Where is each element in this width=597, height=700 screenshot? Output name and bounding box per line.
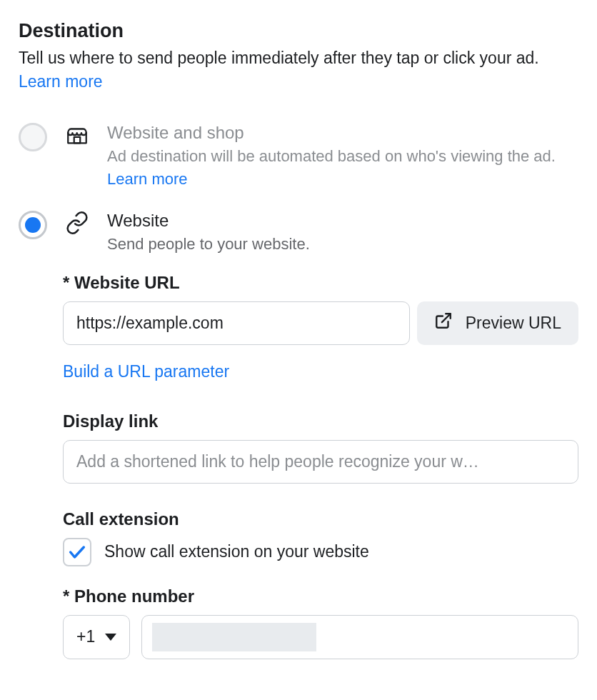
call-extension-checkbox[interactable] (63, 538, 91, 566)
chevron-down-icon (105, 634, 116, 641)
website-url-input[interactable] (63, 301, 410, 345)
destination-heading: Destination (19, 20, 578, 42)
radio-website-and-shop (19, 123, 47, 151)
svg-line-1 (442, 314, 451, 322)
option-website[interactable]: Website Send people to your website. (19, 209, 578, 256)
option-website-and-shop: Website and shop Ad destination will be … (19, 121, 578, 191)
learn-more-link-shop[interactable]: Learn more (107, 170, 188, 188)
redacted-phone (152, 623, 316, 651)
check-icon (67, 542, 87, 562)
preview-url-button[interactable]: Preview URL (417, 301, 578, 345)
country-code-select[interactable]: +1 (63, 615, 130, 659)
display-link-label: Display link (63, 411, 578, 431)
option-desc-website-shop-text: Ad destination will be automated based o… (107, 147, 556, 165)
external-link-icon (434, 311, 453, 334)
call-extension-checkbox-label: Show call extension on your website (104, 542, 369, 561)
build-url-parameter-link[interactable]: Build a URL parameter (63, 362, 229, 381)
call-extension-label: Call extension (63, 509, 578, 529)
phone-number-input[interactable] (141, 615, 578, 659)
country-code-value: +1 (76, 627, 95, 646)
link-icon (63, 211, 91, 235)
preview-url-label: Preview URL (466, 314, 561, 333)
destination-description: Tell us where to send people immediately… (19, 46, 578, 94)
learn-more-link[interactable]: Learn more (19, 72, 103, 91)
option-title-website: Website (107, 209, 578, 231)
display-link-input[interactable] (63, 440, 578, 484)
shop-icon (63, 123, 91, 147)
radio-website[interactable] (19, 211, 47, 239)
website-url-label: * Website URL (63, 273, 578, 293)
destination-description-text: Tell us where to send people immediately… (19, 49, 539, 67)
call-extension-row: Show call extension on your website (63, 538, 578, 566)
option-desc-website: Send people to your website. (107, 233, 578, 256)
option-title-website-shop: Website and shop (107, 121, 578, 144)
phone-number-label: * Phone number (63, 586, 578, 606)
svg-rect-0 (74, 137, 81, 144)
option-desc-website-shop: Ad destination will be automated based o… (107, 145, 578, 191)
